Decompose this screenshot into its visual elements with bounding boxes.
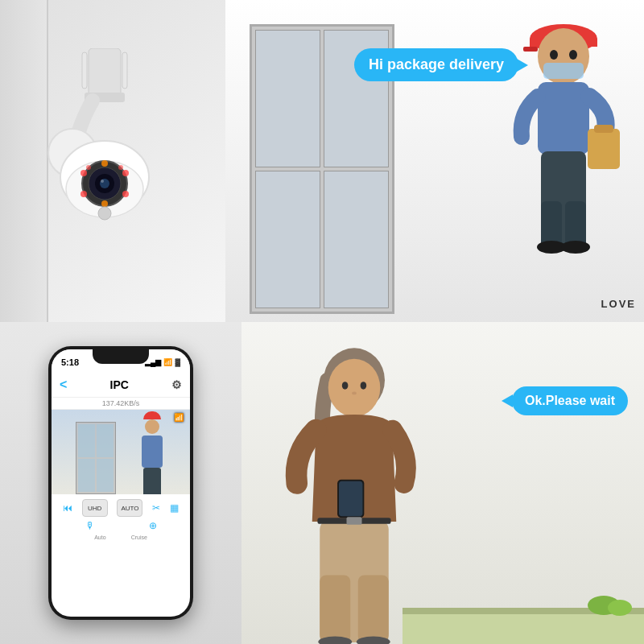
phone-feed-head [145,419,159,434]
phone-notch [93,346,149,364]
top-section: Hi package delivery [0,0,644,322]
svg-point-39 [361,382,367,390]
svg-rect-0 [89,48,121,97]
camera-image [24,48,201,274]
phone-feed-person [134,418,170,494]
phone-ctrl-ptz[interactable]: ⊕ [149,520,157,531]
phone-feed-pane-br [97,459,114,492]
phone-settings-icon[interactable]: ⚙ [171,378,182,391]
phone-ctrl-uhd[interactable]: UHD [82,499,108,517]
svg-rect-3 [122,52,127,89]
phone-time: 5:18 [61,357,79,367]
phone-ctrl-tools[interactable]: ✂ [152,502,160,514]
phone-signal-icon: ▂▄▆ [145,358,161,366]
woman-section: Ok.Please wait [242,322,644,644]
svg-rect-23 [523,47,538,52]
phone-feed-door [76,422,116,494]
phone-ctrl-rewind[interactable]: ⏮ [63,502,72,514]
phone-feed-pane-tr [97,424,114,457]
phone-controls: ⏮ UHD AUTO ✂ ▦ 🎙 ⊕ Auto Cruis [52,494,190,545]
svg-rect-50 [347,517,362,525]
svg-rect-45 [320,576,350,643]
svg-rect-51 [402,612,644,644]
phone-back-button[interactable]: < [60,378,67,392]
main-container: Hi package delivery [0,0,644,644]
woman-svg [274,338,435,644]
phone-bottom-labels: Auto Cruise [58,535,184,540]
svg-rect-30 [594,125,613,133]
svg-rect-29 [588,129,620,169]
bottom-section: 5:18 ▂▄▆ 📶 ▓ < IPC ⚙ [0,322,644,644]
phone-camera-feed: 📶 [52,410,190,494]
speech-bubble-delivery: Hi package delivery [354,48,518,81]
phone-wrapper: 5:18 ▂▄▆ 📶 ▓ < IPC ⚙ [48,346,193,620]
svg-point-13 [122,170,129,176]
phone-ctrl-mic[interactable]: 🎙 [85,520,95,531]
svg-point-15 [122,191,129,197]
svg-point-38 [342,382,349,390]
kitchen-counter-svg [402,580,644,644]
svg-point-19 [118,165,123,170]
svg-rect-2 [82,52,87,89]
svg-point-40 [352,392,357,395]
phone-app-header: < IPC ⚙ [52,372,190,398]
phone-feed-legs [143,468,161,494]
svg-point-37 [328,359,381,417]
phone-outer: 5:18 ▂▄▆ 📶 ▓ < IPC ⚙ [48,346,193,620]
door-pane-tl [255,30,320,167]
phone-wifi-icon: 📶 [163,358,172,366]
svg-point-35 [561,241,590,254]
phone-controls-row-1: ⏮ UHD AUTO ✂ ▦ [58,499,184,517]
feed-wifi-icon: 📶 [174,413,184,422]
phone-feed-body [142,436,163,468]
phone-feed-pane-bl [78,459,95,492]
svg-point-26 [550,50,558,60]
door-pane-bl [255,171,320,308]
phone-battery-icon: ▓ [175,358,180,366]
security-camera-svg [24,48,185,250]
svg-point-14 [80,191,87,197]
phone-screen: 5:18 ▂▄▆ 📶 ▓ < IPC ⚙ [52,349,190,617]
phone-bandwidth: 137.42KB/s [52,398,190,410]
phone-feed-pane-tl [78,424,95,457]
speech-bubble-woman: Ok.Please wait [512,386,628,415]
svg-point-16 [101,160,108,167]
svg-point-27 [569,50,577,60]
phone-ctrl-record[interactable]: ▦ [170,502,179,514]
svg-point-12 [80,170,87,176]
phone-ctrl-auto[interactable]: AUTO [117,499,142,517]
phone-section: 5:18 ▂▄▆ 📶 ▓ < IPC ⚙ [0,322,242,644]
svg-rect-43 [339,481,362,517]
phone-controls-row-2: 🎙 ⊕ [58,520,184,531]
svg-point-11 [101,180,104,183]
phone-app-title: IPC [110,378,129,391]
svg-point-18 [86,165,91,170]
svg-rect-25 [543,63,584,79]
camera-section [0,0,225,322]
svg-point-20 [98,207,111,220]
phone-status-icons: ▂▄▆ 📶 ▓ [145,358,180,366]
phone-feed-cap [143,411,161,419]
svg-point-54 [608,600,632,616]
delivery-section: Hi package delivery [225,0,644,322]
svg-rect-46 [358,576,389,643]
door-pane-br [324,171,389,308]
delivery-person-svg [499,8,628,322]
svg-point-17 [101,200,108,207]
